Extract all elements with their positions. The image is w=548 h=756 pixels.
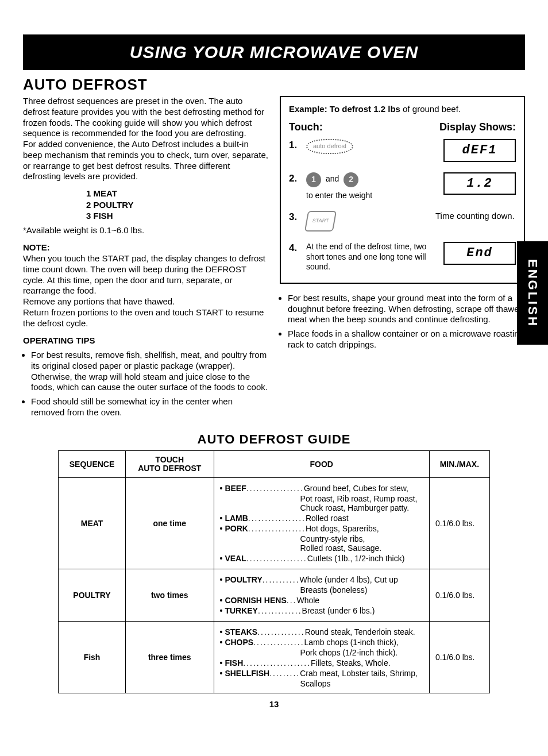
table-row: MEATone time• BEEF .................Grou… — [59, 478, 490, 569]
example-step-4: 4. At the end of the defrost time, two s… — [289, 242, 516, 272]
food-cell: • STEAKS ..............Round steak, Tend… — [214, 622, 429, 693]
th-food: FOOD — [214, 450, 429, 478]
leader-dots: ............... — [253, 638, 304, 647]
intro-paragraph-2: For added convenience, the Auto Defrost … — [23, 139, 268, 182]
leader-dots: ................. — [246, 484, 304, 493]
leader-dots: .................... — [243, 658, 311, 668]
food-row: • BEEF .................Ground beef, Cub… — [220, 484, 423, 493]
food-row: • VEAL ..................Cutlets (1lb., … — [220, 554, 423, 563]
food-row: • STEAKS ..............Round steak, Tend… — [220, 627, 423, 637]
food-description: Whole (under 4 lbs), Cut up — [300, 575, 423, 584]
th-minmax: MIN./MAX. — [429, 450, 489, 478]
example-step-2: 2. 1 and 2 to enter the weight 1.2 — [289, 172, 516, 201]
level-1: 1 MEAT — [86, 188, 268, 199]
food-row: • CORNISH HENS ...Whole — [220, 596, 423, 605]
food-continuation: Pot roast, Rib roast, Rump roast, — [300, 494, 423, 503]
food-label: • CORNISH HENS — [220, 596, 287, 605]
section-heading: AUTO DEFROST — [23, 76, 525, 94]
food-description: Lamb chops (1-inch thick), — [304, 638, 423, 647]
food-label: • PORK — [220, 524, 248, 533]
food-description: Crab meat, Lobster tails, Shrimp, — [300, 669, 423, 678]
defrost-guide-table: SEQUENCE TOUCHAUTO DEFROST FOOD MIN./MAX… — [58, 450, 490, 694]
food-cell: • POULTRY ...........Whole (under 4 lbs)… — [214, 569, 429, 622]
tips-heading: OPERATING TIPS — [23, 335, 268, 346]
sequence-cell: MEAT — [59, 478, 126, 569]
example-step-3: 3. START Time counting down. — [289, 211, 516, 232]
leader-dots: ... — [287, 596, 297, 605]
minmax-cell: 0.1/6.0 lbs. — [429, 569, 489, 622]
food-description: Fillets, Steaks, Whole. — [311, 658, 423, 668]
leader-dots: ......... — [269, 669, 300, 678]
food-description: Ground beef, Cubes for stew, — [304, 484, 423, 493]
sequence-cell: Fish — [59, 622, 126, 693]
food-label: • STEAKS — [220, 627, 258, 637]
food-label: • POULTRY — [220, 575, 263, 584]
intro-paragraph-1: Three defrost sequences are preset in th… — [23, 96, 268, 139]
food-row: • FISH....................Fillets, Steak… — [220, 658, 423, 668]
minmax-cell: 0.1/6.0 lbs. — [429, 478, 489, 569]
page: USING YOUR MICROWAVE OVEN AUTO DEFROST T… — [0, 0, 548, 720]
page-number: 13 — [23, 699, 525, 709]
food-label: • LAMB — [220, 514, 248, 523]
table-row: POULTRYtwo times• POULTRY ...........Who… — [59, 569, 490, 622]
keypad-1-icon: 1 — [306, 172, 321, 187]
title-bar: USING YOUR MICROWAVE OVEN — [23, 34, 525, 70]
food-row: • SHELLFISH.........Crab meat, Lobster t… — [220, 669, 423, 678]
right-column: Example: To defrost 1.2 lbs of ground be… — [280, 96, 525, 422]
leader-dots: ................. — [248, 514, 306, 523]
table-row: Fishthree times• STEAKS ..............Ro… — [59, 622, 490, 693]
example-step-1: 1. auto defrost dEF1 — [289, 139, 516, 162]
end-tone-note: At the end of the defrost time, two shor… — [306, 242, 437, 272]
guide-heading: AUTO DEFROST GUIDE — [23, 432, 525, 447]
food-continuation: Scallops — [300, 679, 423, 688]
touch-header: Touch: — [289, 121, 323, 134]
food-continuation: Rolled roast, Sausage. — [300, 543, 423, 553]
start-button-icon: START — [304, 211, 337, 232]
food-description: Rolled roast — [306, 514, 423, 523]
note-body: When you touch the START pad, the displa… — [23, 253, 268, 329]
auto-defrost-button-icon: auto defrost — [306, 139, 353, 154]
food-continuation: Pork chops (1/2-inch thick). — [300, 648, 423, 657]
touch-cell: three times — [125, 622, 214, 693]
level-3: 3 FISH — [86, 210, 268, 222]
and-text: and — [326, 174, 339, 183]
display-readout: End — [443, 242, 516, 265]
tips-left-list: For best results, remove fish, shellfish… — [23, 350, 268, 418]
keypad-2-icon: 2 — [344, 172, 358, 187]
tip-item: Place foods in a shallow container or on… — [288, 329, 525, 350]
minmax-cell: 0.1/6.0 lbs. — [429, 622, 489, 693]
food-description: Whole — [296, 596, 423, 605]
food-row: • PORK .................Hot dogs, Sparer… — [220, 524, 423, 533]
display-readout: dEF1 — [443, 139, 516, 162]
example-title: Example: To defrost 1.2 lbs of ground be… — [289, 104, 516, 115]
tip-item: Food should still be somewhat icy in the… — [31, 396, 268, 418]
touch-cell: two times — [125, 569, 214, 622]
tip-item: For best results, shape your ground meat… — [288, 293, 525, 325]
th-touch: TOUCHAUTO DEFROST — [125, 450, 214, 478]
th-sequence: SEQUENCE — [59, 450, 126, 478]
food-continuation: Breasts (boneless) — [300, 585, 423, 595]
time-counting-text: Time counting down. — [435, 211, 516, 222]
left-column: Three defrost sequences are preset in th… — [23, 96, 268, 422]
food-label: • SHELLFISH — [220, 669, 270, 678]
leader-dots: ............. — [258, 606, 302, 615]
tips-right-list: For best results, shape your ground meat… — [280, 293, 525, 350]
defrost-levels: 1 MEAT 2 POULTRY 3 FISH — [86, 188, 268, 222]
level-2: 2 POULTRY — [86, 199, 268, 211]
food-label: • TURKEY — [220, 606, 258, 615]
food-row: • POULTRY ...........Whole (under 4 lbs)… — [220, 575, 423, 584]
food-description: Hot dogs, Spareribs, — [306, 524, 423, 533]
food-continuation: Country-style ribs, — [300, 534, 423, 543]
leader-dots: ................. — [248, 524, 306, 533]
food-continuation: Chuck roast, Hamburger patty. — [300, 503, 423, 512]
leader-dots: .................. — [246, 554, 307, 563]
food-cell: • BEEF .................Ground beef, Cub… — [214, 478, 429, 569]
weight-note: *Available weight is 0.1~6.0 lbs. — [23, 225, 268, 236]
food-description: Cutlets (1lb., 1/2-inch thick) — [307, 554, 423, 563]
display-header: Display Shows: — [439, 121, 516, 134]
food-label: • FISH — [220, 658, 244, 668]
tip-item: For best results, remove fish, shellfish… — [31, 350, 268, 393]
food-label: • CHOPS — [220, 638, 254, 647]
food-description: Round steak, Tenderloin steak. — [305, 627, 423, 637]
food-row: • LAMB .................Rolled roast — [220, 514, 423, 523]
